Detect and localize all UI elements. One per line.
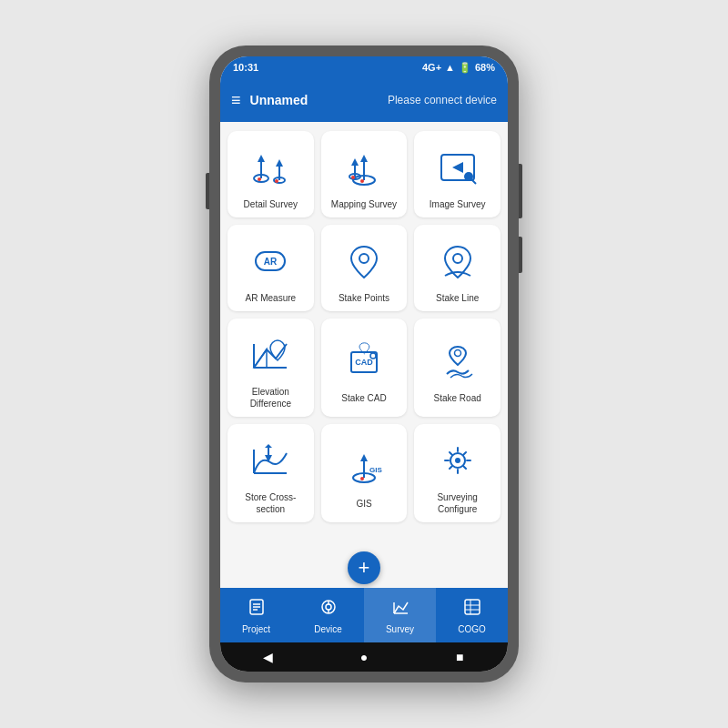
stake-line-label: Stake Line — [436, 292, 479, 304]
svg-marker-30 — [265, 444, 272, 448]
add-fab-button[interactable]: + — [348, 551, 380, 584]
stake-cad-label: Stake CAD — [341, 392, 386, 404]
menu-icon[interactable]: ≡ — [231, 91, 241, 110]
svg-marker-3 — [258, 155, 265, 162]
device-nav-icon — [318, 597, 339, 622]
svg-point-37 — [455, 458, 460, 463]
app-bar: ≡ Unnamed Please connect device — [220, 78, 508, 122]
cogo-nav-label: COGO — [458, 624, 486, 634]
svg-text:AR: AR — [264, 257, 278, 267]
signal-icon: ▲ — [445, 62, 455, 73]
volume-down-button[interactable] — [519, 237, 522, 273]
signal-indicator: 4G+ — [422, 62, 441, 73]
back-button[interactable]: ◀ — [259, 648, 278, 666]
status-time: 10:31 — [233, 62, 258, 73]
project-nav-icon — [247, 597, 267, 622]
app-title: Unnamed — [250, 93, 308, 107]
svg-point-26 — [370, 353, 376, 359]
svg-marker-13 — [351, 158, 359, 166]
svg-point-43 — [326, 604, 331, 610]
survey-nav-label: Survey — [386, 624, 414, 634]
app-grid: Detail Survey — [228, 131, 500, 522]
stake-points-icon — [339, 236, 389, 287]
svg-marker-17 — [452, 162, 463, 173]
svg-point-34 — [360, 477, 364, 480]
svg-point-22 — [359, 254, 369, 263]
nav-project[interactable]: Project — [220, 588, 292, 642]
svg-rect-48 — [465, 600, 480, 614]
status-bar: 10:31 4G+ ▲ 🔋 68% — [220, 56, 508, 78]
stake-line-icon — [432, 236, 483, 287]
svg-point-23 — [453, 254, 462, 263]
mapping-survey-label: Mapping Survey — [331, 198, 397, 210]
stake-road-label: Stake Road — [434, 392, 481, 404]
device-nav-label: Device — [314, 624, 342, 634]
svg-point-6 — [258, 177, 261, 181]
cogo-nav-icon — [462, 597, 482, 622]
volume-button[interactable] — [206, 173, 209, 209]
gis-label: GIS — [356, 498, 371, 510]
connect-status: Please connect device — [388, 94, 497, 106]
stake-points-label: Stake Points — [339, 292, 389, 304]
elevation-icon — [245, 329, 296, 380]
svg-marker-33 — [360, 454, 368, 461]
cross-section-label: Store Cross-section — [233, 491, 308, 515]
grid-item-detail-survey[interactable]: Detail Survey — [228, 131, 314, 217]
grid-item-stake-road[interactable]: Stake Road — [414, 318, 500, 417]
ar-measure-icon: AR — [245, 236, 296, 287]
grid-item-surveying-configure[interactable]: Surveying Configure — [414, 424, 500, 522]
grid-item-image-survey[interactable]: Image Survey — [414, 131, 500, 217]
grid-item-stake-cad[interactable]: CAD Stake CAD — [321, 318, 408, 417]
surveying-configure-label: Surveying Configure — [420, 491, 495, 515]
content-area: Detail Survey — [220, 122, 508, 548]
gis-icon: GIS — [339, 441, 389, 492]
phone-device: 10:31 4G+ ▲ 🔋 68% ≡ Unnamed Please conne… — [209, 46, 519, 682]
nav-survey[interactable]: Survey — [364, 588, 436, 642]
svg-marker-11 — [360, 155, 368, 162]
grid-item-ar-measure[interactable]: AR AR Measure — [228, 225, 314, 311]
svg-point-14 — [360, 179, 364, 183]
bottom-navigation: Project Device — [220, 588, 508, 642]
svg-point-27 — [454, 349, 460, 356]
phone-screen: 10:31 4G+ ▲ 🔋 68% ≡ Unnamed Please conne… — [220, 56, 508, 672]
svg-text:GIS: GIS — [369, 466, 382, 474]
fab-area: + — [220, 548, 508, 588]
grid-item-stake-points[interactable]: Stake Points — [321, 225, 408, 311]
add-icon: + — [359, 556, 370, 580]
battery-level: 68% — [475, 62, 495, 73]
ar-measure-label: AR Measure — [246, 292, 297, 304]
svg-point-7 — [275, 179, 278, 183]
nav-device[interactable]: Device — [292, 588, 364, 642]
battery-icon: 🔋 — [459, 62, 471, 74]
power-button[interactable] — [519, 164, 522, 218]
stake-road-icon — [432, 336, 483, 387]
grid-item-gis[interactable]: GIS GIS — [321, 424, 408, 522]
system-navigation: ◀ ● ■ — [220, 642, 508, 672]
mapping-survey-icon — [339, 142, 389, 193]
grid-item-stake-line[interactable]: Stake Line — [414, 225, 500, 311]
svg-text:CAD: CAD — [355, 358, 373, 367]
status-indicators: 4G+ ▲ 🔋 68% — [422, 62, 495, 74]
home-button[interactable]: ● — [355, 648, 373, 666]
image-survey-label: Image Survey — [430, 198, 486, 210]
grid-item-mapping-survey[interactable]: Mapping Survey — [321, 131, 408, 217]
grid-item-elevation-difference[interactable]: Elevation Difference — [228, 318, 314, 417]
surveying-configure-icon — [432, 435, 483, 486]
elevation-label: Elevation Difference — [233, 386, 308, 410]
stake-cad-icon: CAD — [339, 336, 389, 387]
detail-survey-icon — [245, 142, 296, 193]
survey-nav-icon — [390, 597, 410, 622]
nav-cogo[interactable]: COGO — [436, 588, 508, 642]
grid-item-cross-section[interactable]: Store Cross-section — [228, 424, 314, 522]
cross-section-icon — [245, 435, 296, 486]
recent-button[interactable]: ■ — [450, 648, 469, 666]
detail-survey-label: Detail Survey — [244, 198, 298, 210]
svg-marker-5 — [276, 159, 283, 167]
image-survey-icon — [432, 142, 483, 193]
project-nav-label: Project — [242, 624, 270, 634]
svg-point-15 — [351, 176, 355, 179]
